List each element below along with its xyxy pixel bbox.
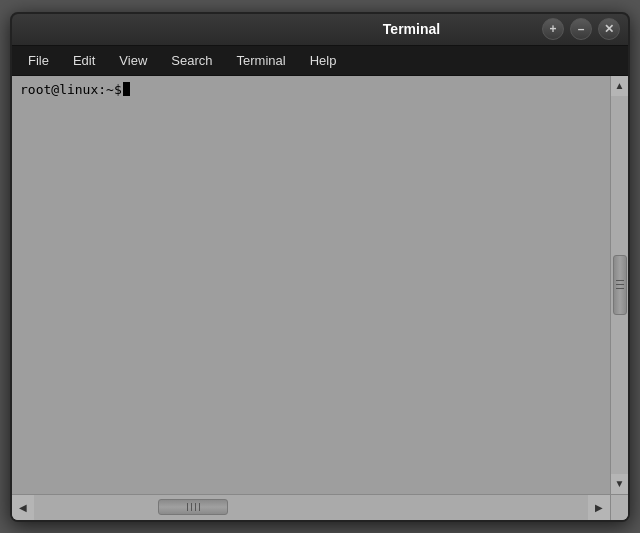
prompt-text: root@linux:~$ (20, 82, 122, 97)
up-arrow-icon: ▲ (615, 80, 625, 91)
grip-line-h-2 (191, 503, 192, 511)
grip-line-1 (616, 280, 624, 281)
grip-line-h-3 (195, 503, 196, 511)
terminal-prompt: root@linux:~$ (20, 82, 602, 97)
down-arrow-icon: ▼ (615, 478, 625, 489)
vertical-scrollbar: ▲ ▼ (610, 76, 628, 494)
scroll-track-vertical[interactable] (611, 96, 628, 474)
grip-line-h-1 (187, 503, 188, 511)
scrollbar-corner (610, 494, 628, 520)
scroll-grip (616, 280, 624, 289)
add-tab-button[interactable]: + (542, 18, 564, 40)
minimize-button[interactable]: – (570, 18, 592, 40)
menu-view[interactable]: View (109, 49, 157, 72)
scroll-right-button[interactable]: ▶ (588, 495, 610, 520)
grip-line-h-4 (199, 503, 200, 511)
menu-edit[interactable]: Edit (63, 49, 105, 72)
grip-line-2 (616, 284, 624, 285)
window-controls: + – ✕ (542, 18, 620, 40)
menu-help[interactable]: Help (300, 49, 347, 72)
terminal-body[interactable]: root@linux:~$ (12, 76, 610, 494)
content-area: root@linux:~$ ▲ (12, 76, 628, 520)
scroll-grip-h (187, 503, 200, 511)
horizontal-scrollbar-area: ◀ ▶ (12, 494, 628, 520)
terminal-wrapper: root@linux:~$ ▲ (12, 76, 628, 494)
menu-terminal[interactable]: Terminal (227, 49, 296, 72)
scroll-thumb-vertical[interactable] (613, 255, 627, 315)
scroll-up-button[interactable]: ▲ (611, 76, 628, 96)
scroll-track-horizontal[interactable] (34, 495, 588, 520)
terminal-cursor (123, 82, 130, 96)
scroll-down-button[interactable]: ▼ (611, 474, 628, 494)
titlebar: Terminal + – ✕ (12, 14, 628, 46)
menu-search[interactable]: Search (161, 49, 222, 72)
window-title: Terminal (281, 21, 542, 37)
scroll-thumb-horizontal[interactable] (158, 499, 228, 515)
scroll-left-button[interactable]: ◀ (12, 495, 34, 520)
grip-line-3 (616, 288, 624, 289)
right-arrow-icon: ▶ (595, 502, 603, 513)
menu-file[interactable]: File (18, 49, 59, 72)
close-button[interactable]: ✕ (598, 18, 620, 40)
left-arrow-icon: ◀ (19, 502, 27, 513)
menubar: File Edit View Search Terminal Help (12, 46, 628, 76)
terminal-window: Terminal + – ✕ File Edit View Search Ter… (10, 12, 630, 522)
